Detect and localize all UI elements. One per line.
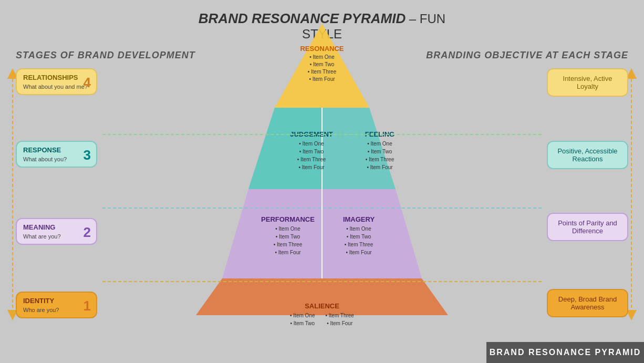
intensive-box: Intensive, Active Loyalty bbox=[547, 68, 628, 97]
performance-section: PERFORMANCE • Item One• Item Two• Item T… bbox=[254, 215, 322, 256]
resonance-items: • Item One• Item Two• Item Three• Item F… bbox=[280, 54, 364, 83]
salience-title: SALIENCE bbox=[305, 302, 339, 310]
imagery-title: IMAGERY bbox=[327, 215, 390, 223]
deep-text: Deep, Broad Brand Awareness bbox=[558, 295, 617, 311]
identity-title: IDENTITY bbox=[23, 297, 90, 305]
salience-items: • Item One• Item Two • Item Three• Item … bbox=[290, 312, 354, 327]
meaning-title: MEANING bbox=[23, 223, 90, 231]
right-arrow-svg bbox=[626, 68, 637, 320]
deep-box: Deep, Broad Brand Awareness bbox=[547, 289, 628, 317]
meaning-number: 2 bbox=[84, 224, 91, 241]
dashed-line-1 bbox=[102, 134, 542, 135]
stages-header: STAGES of BRAND DEVELOPMENT bbox=[16, 50, 195, 61]
left-arrow-svg bbox=[7, 68, 18, 320]
pyramid-container: RESONANCE • Item One• Item Two• Item Thr… bbox=[191, 16, 453, 326]
response-title: RESPONSE bbox=[23, 146, 90, 154]
main-container: BRAND RESONANCE PYRAMID – FUNSTYLE STAGE… bbox=[0, 0, 644, 363]
relationships-desc: What about you and me? bbox=[23, 84, 90, 90]
response-desc: What about you? bbox=[23, 156, 90, 162]
performance-title: PERFORMANCE bbox=[254, 215, 322, 223]
points-box: Points of Parity and Difference bbox=[547, 213, 628, 241]
response-number: 3 bbox=[84, 147, 91, 163]
salience-section: SALIENCE • Item One• Item Two • Item Thr… bbox=[243, 302, 401, 327]
intensive-text: Intensive, Active Loyalty bbox=[563, 75, 612, 90]
judgement-section: JUDGEMENT • Item One• Item Two• Item Thr… bbox=[280, 130, 343, 171]
feeling-section: FEELING • Item One• Item Two• Item Three… bbox=[348, 130, 411, 171]
salience-items-left: • Item One• Item Two bbox=[290, 312, 315, 327]
branding-header: BRANDING OBJECTIVE at EACH STAGE bbox=[426, 50, 628, 61]
imagery-section: IMAGERY • Item One• Item Two• Item Three… bbox=[327, 215, 390, 256]
identity-box: IDENTITY Who are you? 1 bbox=[16, 292, 97, 318]
left-arrow-container bbox=[7, 68, 18, 323]
identity-desc: Who are you? bbox=[23, 307, 90, 313]
judgement-items: • Item One• Item Two• Item Three• Item F… bbox=[280, 140, 343, 171]
relationships-box: RELATIONSHIPS What about you and me? 4 bbox=[16, 68, 97, 95]
points-text: Points of Parity and Difference bbox=[558, 219, 617, 235]
relationships-number: 4 bbox=[84, 75, 91, 91]
right-arrow-container bbox=[626, 68, 637, 323]
footer-text: BRAND RESONANCE PYRAMID bbox=[490, 348, 641, 357]
response-box: RESPONSE What about you? 3 bbox=[16, 141, 97, 168]
meaning-box: MEANING What are you? 2 bbox=[16, 218, 97, 245]
footer: BRAND RESONANCE PYRAMID bbox=[486, 342, 644, 363]
feeling-items: • Item One• Item Two• Item Three• Item F… bbox=[348, 140, 411, 171]
positive-box: Positive, Accessible Reactions bbox=[547, 141, 628, 169]
identity-number: 1 bbox=[84, 298, 91, 314]
positive-text: Positive, Accessible Reactions bbox=[557, 147, 617, 163]
dashed-line-3 bbox=[102, 281, 542, 282]
performance-items: • Item One• Item Two• Item Three• Item F… bbox=[254, 225, 322, 256]
meaning-desc: What are you? bbox=[23, 233, 90, 240]
salience-items-right: • Item Three• Item Four bbox=[325, 312, 354, 327]
imagery-items: • Item One• Item Two• Item Three• Item F… bbox=[327, 225, 390, 256]
dashed-line-2 bbox=[102, 208, 542, 209]
resonance-title: RESONANCE bbox=[280, 45, 364, 53]
resonance-section: RESONANCE • Item One• Item Two• Item Thr… bbox=[280, 45, 364, 83]
relationships-title: RELATIONSHIPS bbox=[23, 74, 90, 81]
